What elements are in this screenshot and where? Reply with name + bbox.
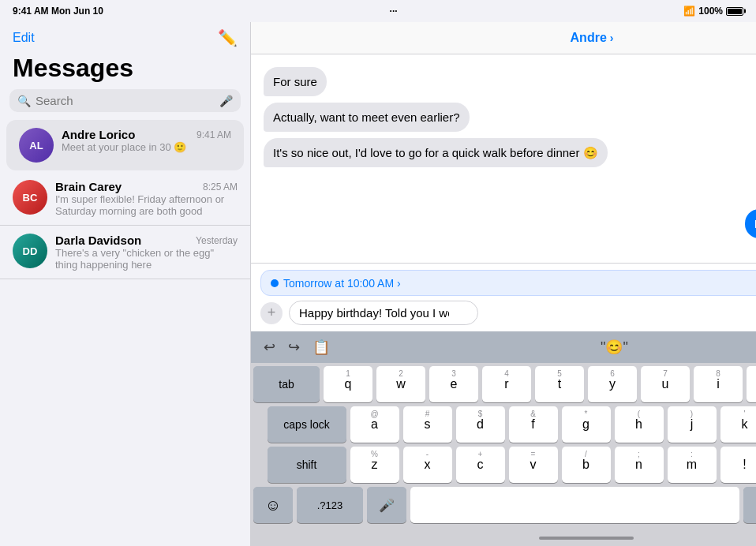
paste-button[interactable]: 📋 <box>309 337 333 357</box>
message-bubble-3: It's so nice out, I'd love to go for a q… <box>264 138 608 167</box>
key-q[interactable]: 1q <box>324 366 372 402</box>
compose-button[interactable]: ✏️ <box>218 28 238 47</box>
conversation-item-andre[interactable]: AL Andre Lorico 9:41 AM Meet at your pla… <box>6 120 244 170</box>
key-r[interactable]: 4r <box>482 366 531 402</box>
mic-icon[interactable]: 🎤 <box>219 95 233 107</box>
key-g[interactable]: *g <box>562 406 611 443</box>
contact-name: Andre <box>571 31 607 45</box>
conv-header-darla: Darla Davidson Yesterday <box>55 234 238 247</box>
conv-header-brain: Brain Carey 8:25 AM <box>55 180 238 193</box>
messages-container: For sure Actually, want to meet even ear… <box>251 54 756 263</box>
key-row-3: shift %z -x +c =v /b ;n :m ! ? shift <box>253 447 756 483</box>
input-area: Tomorrow at 10:00 AM › ✕ + ↑ <box>251 263 756 331</box>
home-indicator <box>251 530 756 546</box>
add-attachment-button[interactable]: + <box>260 302 283 324</box>
message-wrapper-4: I'm down! <box>264 174 756 203</box>
conversation-item-brain[interactable]: BC Brain Carey 8:25 AM I'm super flexibl… <box>0 172 250 226</box>
input-wrapper: ↑ <box>289 301 756 325</box>
key-s[interactable]: #s <box>403 406 452 443</box>
sidebar-title: Messages <box>0 50 250 89</box>
avatar-brain: BC <box>13 180 47 215</box>
left-shift-key[interactable]: shift <box>268 447 346 483</box>
mic-key[interactable]: 🎤 <box>367 487 406 523</box>
search-input[interactable] <box>36 94 215 107</box>
avatar-andre: AL <box>19 128 54 163</box>
key-b[interactable]: /b <box>562 447 611 483</box>
drag-handle: ··· <box>390 6 398 17</box>
keyboard-body: tab 1q 2w 3e 4r 5t 6y 7u 8i 9o 0p delete… <box>251 363 756 530</box>
space-key[interactable] <box>410 487 739 523</box>
message-input[interactable] <box>289 301 478 325</box>
keyboard-toolbar: ↩ ↪ 📋 "😊" ≡A <box>251 331 756 363</box>
key-u[interactable]: 7u <box>641 366 690 402</box>
conversation-item-darla[interactable]: DD Darla Davidson Yesterday There's a ve… <box>0 226 250 279</box>
chat-area: Andre › 📹 For sure Actually, want to mee… <box>251 22 756 546</box>
message-input-row: + ↑ <box>260 301 756 325</box>
conv-name-brain: Brain Carey <box>55 180 122 193</box>
edit-button[interactable]: Edit <box>13 31 35 45</box>
redo-button[interactable]: ↪ <box>285 337 303 357</box>
key-z[interactable]: %z <box>350 447 399 483</box>
caps-lock-key[interactable]: caps lock <box>268 406 346 443</box>
emoji-suggestion[interactable]: "😊" <box>601 338 628 356</box>
number-switch-key[interactable]: .?123 <box>297 487 363 523</box>
conv-content-brain: Brain Carey 8:25 AM I'm super flexible! … <box>55 180 238 217</box>
conv-name-andre: Andre Lorico <box>62 128 135 141</box>
key-k[interactable]: 'k <box>720 406 757 443</box>
key-v[interactable]: =v <box>509 447 558 483</box>
message-bubble-1: For sure <box>264 67 327 96</box>
tab-key[interactable]: tab <box>253 366 320 402</box>
key-row-bottom: ☺ .?123 🎤 .?123 𝒯 ⌨ <box>253 487 756 523</box>
conversation-list: AL Andre Lorico 9:41 AM Meet at your pla… <box>0 118 250 546</box>
key-exclaim[interactable]: ! <box>720 447 757 483</box>
key-m[interactable]: :m <box>668 447 717 483</box>
emoji-key[interactable]: ☺ <box>253 487 293 523</box>
status-bar: 9:41 AM Mon Jun 10 ··· 📶 100% <box>0 0 756 22</box>
key-c[interactable]: +c <box>456 447 505 483</box>
message-wrapper-1: For sure <box>264 67 756 96</box>
key-x[interactable]: -x <box>403 447 452 483</box>
avatar-darla: DD <box>13 234 47 268</box>
conv-time-darla: Yesterday <box>196 235 238 246</box>
message-bubble-2: Actually, want to meet even earlier? <box>264 103 470 132</box>
search-icon: 🔍 <box>17 95 31 107</box>
conv-time-brain: 8:25 AM <box>203 181 238 193</box>
key-y[interactable]: 6y <box>588 366 637 402</box>
key-w[interactable]: 2w <box>376 366 425 402</box>
key-n[interactable]: ;n <box>615 447 664 483</box>
sidebar-header: Edit ✏️ <box>0 22 250 50</box>
key-i[interactable]: 8i <box>694 366 743 402</box>
key-o[interactable]: 9o <box>747 366 756 402</box>
key-row-1: tab 1q 2w 3e 4r 5t 6y 7u 8i 9o 0p delete <box>253 366 756 402</box>
key-f[interactable]: &f <box>509 406 558 443</box>
status-right: 📶 100% <box>683 6 743 17</box>
status-time: 9:41 AM Mon Jun 10 <box>13 6 103 17</box>
scheduled-text: Tomorrow at 10:00 AM › <box>283 277 756 290</box>
message-bubble-5: Meet at your place in 30 🙂 <box>745 209 756 238</box>
conv-content-andre: Andre Lorico 9:41 AM Meet at your place … <box>62 128 231 153</box>
toolbar-left: ↩ ↪ 📋 <box>260 337 333 357</box>
chat-header-center[interactable]: Andre › <box>571 31 614 45</box>
chevron-right-icon-scheduled: › <box>397 277 401 290</box>
key-e[interactable]: 3e <box>429 366 478 402</box>
key-t[interactable]: 5t <box>535 366 584 402</box>
conv-preview-darla: There's a very "chicken or the egg" thin… <box>55 247 238 271</box>
key-j[interactable]: )j <box>668 406 717 443</box>
home-bar <box>539 537 634 540</box>
sidebar: Edit ✏️ Messages 🔍 🎤 AL Andre Lorico 9:4… <box>0 22 251 546</box>
key-h[interactable]: (h <box>615 406 664 443</box>
chevron-right-icon: › <box>610 32 614 44</box>
conv-time-andre: 9:41 AM <box>196 129 231 140</box>
app-container: Edit ✏️ Messages 🔍 🎤 AL Andre Lorico 9:4… <box>0 22 756 546</box>
number-switch-key-2[interactable]: .?123 <box>743 487 756 523</box>
scheduled-dot <box>271 279 279 287</box>
scheduled-badge: Tomorrow at 10:00 AM › ✕ <box>260 270 756 296</box>
conv-header-andre: Andre Lorico 9:41 AM <box>62 128 231 141</box>
conv-name-darla: Darla Davidson <box>55 234 141 247</box>
chat-header: Andre › 📹 <box>251 22 756 54</box>
undo-button[interactable]: ↩ <box>260 337 279 357</box>
key-a[interactable]: @a <box>350 406 399 443</box>
key-d[interactable]: $d <box>456 406 505 443</box>
search-bar[interactable]: 🔍 🎤 <box>9 89 241 112</box>
message-wrapper-2: Actually, want to meet even earlier? <box>264 103 756 132</box>
